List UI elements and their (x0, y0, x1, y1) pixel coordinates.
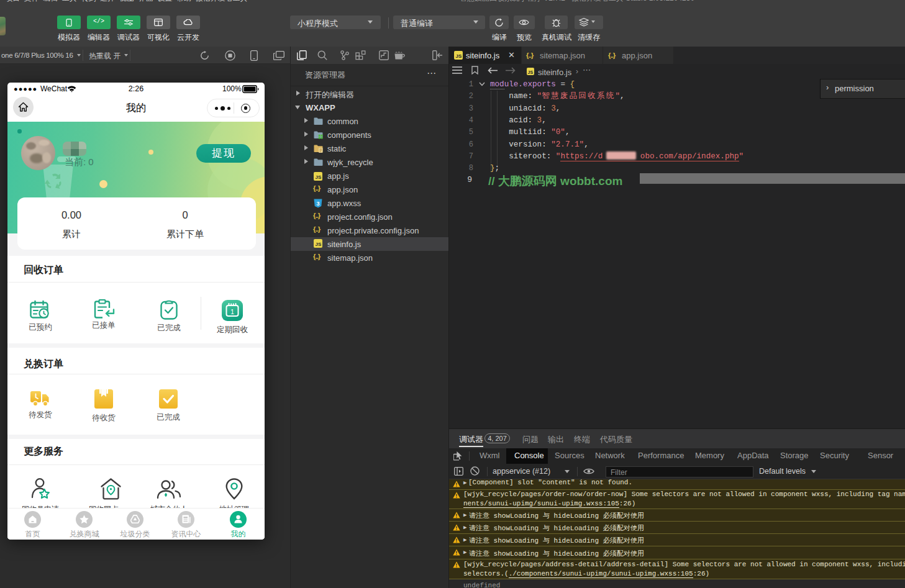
svg-text:1: 1 (230, 308, 234, 315)
svg-text:3: 3 (316, 201, 319, 207)
